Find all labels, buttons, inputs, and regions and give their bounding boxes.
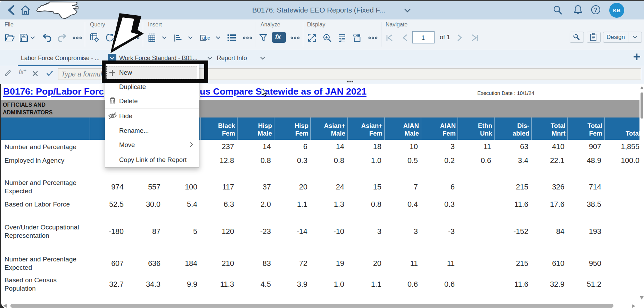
svg-text:abc: abc [202,35,210,41]
svg-text:?: ? [594,7,597,13]
